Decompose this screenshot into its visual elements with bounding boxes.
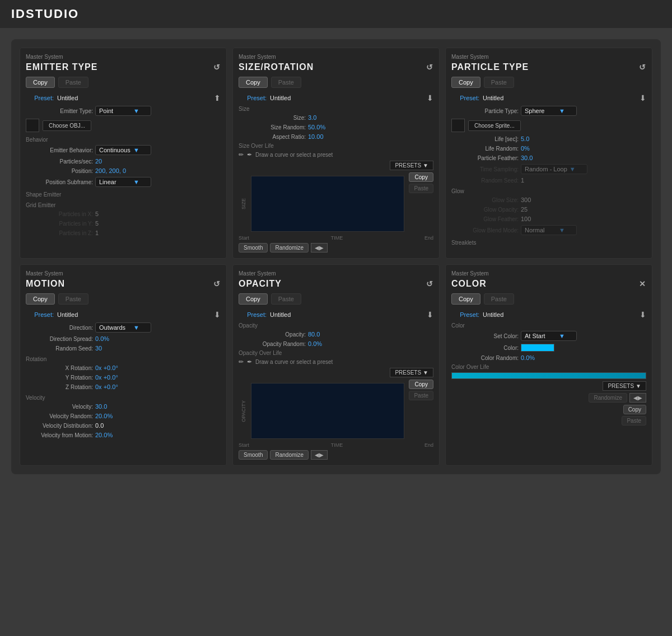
particle-feather-row: Particle Feather: 30.0 — [451, 155, 646, 161]
opacity-copy-paste: Copy Paste — [409, 380, 433, 442]
opacity-graph[interactable] — [251, 380, 404, 442]
particle-type-dropdown[interactable]: Sphere ▼ — [521, 106, 577, 116]
particle-paste-button[interactable]: Paste — [484, 77, 514, 88]
opacity-randomize-button[interactable]: Randomize — [270, 450, 309, 460]
motion-direction-arrow: ▼ — [133, 324, 139, 331]
particle-time-sampling-dropdown[interactable]: Random - Loop ▼ — [521, 164, 587, 174]
color-reset-icon[interactable]: ✕ — [639, 279, 646, 288]
emitter-position-row: Position: 200, 200, 0 — [26, 167, 221, 174]
size-graph[interactable] — [251, 172, 404, 235]
color-graph-copy-button[interactable]: Copy — [623, 405, 646, 414]
app-logo: IDSTUDIO — [11, 7, 79, 21]
size-system-label: Master System — [239, 54, 433, 60]
emitter-title: EMITTER TYPE ↺ — [26, 62, 221, 72]
emitter-paste-button[interactable]: Paste — [58, 77, 88, 88]
emitter-reset-icon[interactable]: ↺ — [213, 63, 221, 72]
size-title: SIZE/ROTATION ↺ — [239, 62, 433, 72]
color-title: COLOR ✕ — [451, 279, 646, 289]
emitter-copy-button[interactable]: Copy — [26, 77, 55, 88]
particle-save-icon[interactable]: ⬇ — [640, 93, 646, 102]
color-randomize-button[interactable]: Randomize — [589, 393, 627, 403]
particle-life-random-row: Life Random: 0% — [451, 145, 646, 152]
motion-save-icon[interactable]: ⬇ — [214, 310, 221, 319]
size-arrows-button[interactable]: ◀▶ — [311, 243, 328, 252]
size-presets-button[interactable]: PRESETS ▼ — [390, 161, 433, 170]
opacity-arrows-button[interactable]: ◀▶ — [311, 450, 328, 460]
shape-emitter-header: Shape Emitter — [26, 191, 221, 198]
particle-sprite-preview — [451, 119, 465, 132]
color-gradient-bar[interactable] — [451, 372, 646, 379]
particle-type-row: Particle Type: Sphere ▼ — [451, 106, 646, 116]
opacity-start-label: Start — [239, 442, 249, 448]
size-rotation-panel: Master System SIZE/ROTATION ↺ Copy Paste… — [232, 48, 440, 259]
color-paste-button[interactable]: Paste — [484, 293, 514, 305]
opacity-graph-paste-button[interactable]: Paste — [409, 391, 433, 400]
opacity-pencil-icon[interactable]: ✏ — [239, 358, 244, 366]
glow-blend-dropdown[interactable]: Normal ▼ — [521, 225, 577, 235]
glow-feather-row: Glow Feather: 100 — [451, 216, 646, 222]
motion-direction-dropdown[interactable]: Outwards ▼ — [95, 322, 151, 333]
size-graph-paste-button[interactable]: Paste — [409, 184, 433, 193]
particle-copy-button[interactable]: Copy — [451, 77, 480, 88]
opacity-presets-button[interactable]: PRESETS ▼ — [390, 368, 433, 377]
particle-system-label: Master System — [451, 54, 646, 60]
emitter-type-dropdown[interactable]: Point ▼ — [95, 106, 151, 116]
opacity-title: OPACITY ↺ — [239, 279, 433, 289]
size-paste-button[interactable]: Paste — [271, 77, 301, 88]
opacity-save-icon[interactable]: ⬇ — [427, 310, 433, 319]
svg-rect-1 — [251, 384, 404, 438]
opacity-reset-icon[interactable]: ↺ — [426, 279, 433, 288]
opacity-copy-button[interactable]: Copy — [239, 293, 268, 305]
z-rotation-row: Z Rotation: 0x +0.0° — [26, 384, 221, 390]
size-smooth-button[interactable]: Smooth — [239, 243, 268, 252]
size-tools-row: ✏ ✒ Draw a curve or select a preset — [239, 151, 433, 158]
color-value-row: Color: — [451, 344, 646, 352]
color-copy-button[interactable]: Copy — [451, 293, 480, 305]
opacity-paste-button[interactable]: Paste — [271, 293, 301, 305]
motion-reset-icon[interactable]: ↺ — [213, 279, 221, 288]
motion-title: MOTION ↺ — [26, 279, 221, 289]
color-set-dropdown[interactable]: At Start ▼ — [521, 331, 577, 341]
motion-paste-button[interactable]: Paste — [58, 293, 88, 305]
opacity-y-axis-label: OPACITY — [239, 380, 249, 442]
opacity-graph-copy-button[interactable]: Copy — [409, 380, 433, 389]
size-reset-icon[interactable]: ↺ — [426, 63, 433, 72]
glow-header: Glow — [451, 188, 646, 194]
emitter-behavior-row: Emitter Behavior: Continuous ▼ — [26, 145, 221, 155]
particle-choose-sprite-button[interactable]: Choose Sprite... — [468, 120, 521, 131]
size-save-icon[interactable]: ⬇ — [427, 93, 433, 102]
opacity-smooth-button[interactable]: Smooth — [239, 450, 268, 460]
particle-type-panel: Master System PARTICLE TYPE ↺ Copy Paste… — [445, 48, 652, 259]
emitter-save-icon[interactable]: ⬆ — [214, 93, 221, 102]
opacity-eraser-icon[interactable]: ✒ — [247, 358, 252, 366]
pencil-icon[interactable]: ✏ — [239, 151, 244, 158]
size-graph-area[interactable] — [251, 176, 404, 232]
eraser-icon[interactable]: ✒ — [247, 151, 252, 158]
particle-reset-icon[interactable]: ↺ — [639, 63, 646, 72]
x-rotation-row: X Rotation: 0x +0.0° — [26, 364, 221, 371]
motion-copy-button[interactable]: Copy — [26, 293, 55, 305]
color-swatch[interactable] — [521, 344, 554, 352]
size-copy-button[interactable]: Copy — [239, 77, 268, 88]
velocity-value-row: Velocity: 30.0 — [26, 403, 221, 410]
color-btn-row: Copy Paste — [451, 293, 646, 305]
color-random-row: Color Random: 0.0% — [451, 354, 646, 361]
color-presets-button[interactable]: PRESETS ▼ — [603, 381, 646, 391]
emitter-particles-z-row: Particles in Z: 1 — [26, 230, 221, 236]
opacity-section-label: Opacity — [239, 322, 433, 329]
color-graph-paste-button[interactable]: Paste — [622, 416, 646, 425]
size-graph-copy-button[interactable]: Copy — [409, 172, 433, 182]
emitter-particles-y-row: Particles in Y: 5 — [26, 220, 221, 227]
opacity-graph-area[interactable] — [251, 383, 404, 439]
particle-life-row: Life [sec]: 5.0 — [451, 135, 646, 142]
color-set-color-row: Set Color: At Start ▼ — [451, 331, 646, 341]
size-btn-row: Copy Paste — [239, 77, 433, 88]
size-randomize-button[interactable]: Randomize — [270, 243, 309, 252]
emitter-subframe-dropdown[interactable]: Linear ▼ — [95, 177, 151, 187]
emitter-subframe-row: Position Subframe: Linear ▼ — [26, 177, 221, 187]
color-arrows-button[interactable]: ◀▶ — [629, 393, 646, 403]
color-save-icon[interactable]: ⬇ — [640, 310, 646, 319]
emitter-behavior-dropdown[interactable]: Continuous ▼ — [95, 145, 151, 155]
emitter-choose-obj-button[interactable]: Choose OBJ... — [43, 120, 91, 131]
opacity-graph-buttons: Smooth Randomize ◀▶ — [239, 450, 433, 460]
